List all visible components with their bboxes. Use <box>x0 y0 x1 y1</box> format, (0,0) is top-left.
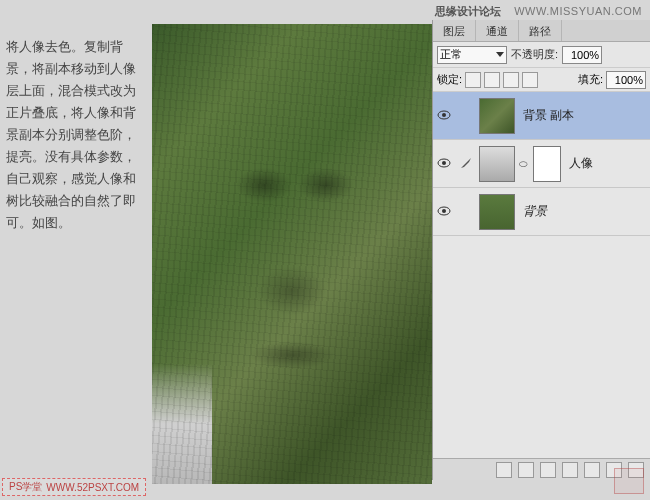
eye-icon <box>437 110 451 120</box>
layer-thumbnail[interactable] <box>479 194 515 230</box>
watermark-bottom-left: PS学堂 WWW.52PSXT.COM <box>2 478 146 496</box>
lock-label: 锁定: <box>437 72 462 87</box>
face-tree-texture <box>152 24 432 484</box>
layer-thumbnail[interactable] <box>479 146 515 182</box>
layer-row-portrait[interactable]: ⬭ 人像 <box>433 140 650 188</box>
layer-name[interactable]: 背景 副本 <box>523 107 574 124</box>
opacity-value: 100% <box>571 49 599 61</box>
svg-point-3 <box>442 161 446 165</box>
lock-paint-icon[interactable] <box>484 72 500 88</box>
layer-mask-thumbnail[interactable] <box>533 146 561 182</box>
link-icon[interactable]: ⬭ <box>519 158 529 170</box>
forum-url: WWW.MISSYUAN.COM <box>514 5 642 17</box>
visibility-toggle[interactable] <box>435 206 453 218</box>
eye-icon <box>437 206 451 216</box>
layer-name[interactable]: 背景 <box>523 203 547 220</box>
lock-position-icon[interactable] <box>503 72 519 88</box>
layer-mask-button[interactable] <box>540 462 556 478</box>
instruction-text: 将人像去色。复制背景，将副本移动到人像层上面，混合模式改为正片叠底，将人像和背景… <box>6 36 146 234</box>
visibility-toggle[interactable] <box>435 110 453 122</box>
link-layers-button[interactable] <box>496 462 512 478</box>
header-watermark: 思缘设计论坛 WWW.MISSYUAN.COM <box>435 4 642 19</box>
watermark-url: WWW.52PSXT.COM <box>46 482 139 493</box>
layer-thumbnail[interactable] <box>479 98 515 134</box>
watermark-brand: PS学堂 <box>9 480 42 494</box>
blend-mode-row: 正常 不透明度: 100% <box>433 42 650 68</box>
fill-value: 100% <box>615 74 643 86</box>
chevron-down-icon <box>496 52 504 57</box>
tab-layers[interactable]: 图层 <box>433 20 476 41</box>
forum-name: 思缘设计论坛 <box>435 5 501 17</box>
blend-mode-select[interactable]: 正常 <box>437 46 507 64</box>
fill-label: 填充: <box>578 72 603 87</box>
layer-name[interactable]: 人像 <box>569 155 593 172</box>
tab-channels[interactable]: 通道 <box>476 20 519 41</box>
fill-input[interactable]: 100% <box>606 71 646 89</box>
layer-style-button[interactable] <box>518 462 534 478</box>
new-group-button[interactable] <box>584 462 600 478</box>
blend-mode-value: 正常 <box>440 47 462 62</box>
tab-paths[interactable]: 路径 <box>519 20 562 41</box>
opacity-input[interactable]: 100% <box>562 46 602 64</box>
result-image <box>152 24 432 484</box>
brush-icon <box>459 156 473 170</box>
visibility-toggle[interactable] <box>435 158 453 170</box>
opacity-label: 不透明度: <box>511 47 558 62</box>
panel-tabs: 图层 通道 路径 <box>433 20 650 42</box>
layers-panel: 图层 通道 路径 正常 不透明度: 100% 锁定: 填充: 100% 背景 副… <box>432 20 650 480</box>
svg-point-5 <box>442 209 446 213</box>
lock-all-icon[interactable] <box>522 72 538 88</box>
layer-row-background-copy[interactable]: 背景 副本 <box>433 92 650 140</box>
lock-row: 锁定: 填充: 100% <box>433 68 650 92</box>
svg-point-1 <box>442 113 446 117</box>
eye-icon <box>437 158 451 168</box>
adjustment-layer-button[interactable] <box>562 462 578 478</box>
watermark-bottom-right <box>614 468 644 494</box>
lock-transparency-icon[interactable] <box>465 72 481 88</box>
layer-row-background[interactable]: 背景 <box>433 188 650 236</box>
brush-indicator <box>457 156 475 172</box>
